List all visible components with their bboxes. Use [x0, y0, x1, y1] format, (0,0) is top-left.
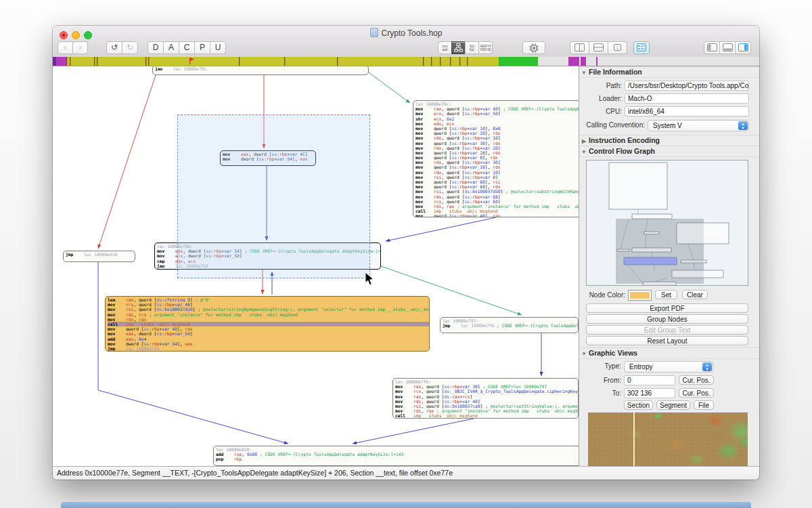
to-field[interactable]: 302 136	[624, 388, 675, 398]
entropy-visualization[interactable]	[588, 412, 748, 466]
procedure-mode-button[interactable]: P	[194, 41, 210, 54]
asm-line[interactable]: jmploc_10000e75b	[108, 346, 429, 351]
asm-line[interactable]: movrcx, qword [ss:rbp+var_48]	[108, 302, 429, 307]
asm-line[interactable]: movrdi, rax ; argument "instance" for me…	[395, 408, 578, 413]
cfg-minimap[interactable]	[586, 160, 748, 286]
asm-line[interactable]: addeax, 0x4	[108, 337, 429, 341]
clear-node-color-button[interactable]: Clear	[682, 290, 708, 299]
split-horizontal-button[interactable]	[589, 41, 608, 54]
asm-line[interactable]: movqword [ss:rbp+var_10], rdx	[415, 165, 579, 169]
asm-line[interactable]: movrdx, qword [ss:rbp+var_68]	[415, 194, 579, 199]
asm-line[interactable]: moveax, dword [ss:rbp+var_4C]	[223, 152, 315, 156]
reset-layout-button[interactable]: Reset Layout	[586, 336, 748, 345]
ascii-mode-button[interactable]: A	[163, 41, 179, 54]
asm-line[interactable]: movqword [ss:rbp+var_48], rax	[415, 213, 579, 217]
asm-line[interactable]: movqword [ss:rbp+var_20], rdx	[415, 131, 579, 135]
section-button[interactable]: Section	[624, 400, 653, 410]
asm-line[interactable]: movrdi, rcx ; argument "instance" for me…	[108, 312, 429, 317]
asm-line[interactable]: movqword [ss:rbp+var_8], rdx	[415, 155, 579, 160]
split-vertical-button[interactable]	[570, 41, 589, 54]
asm-line[interactable]: movqword [ss:rbp+var_48], rax	[108, 326, 429, 331]
file-button[interactable]: File	[694, 400, 714, 410]
asm-line[interactable]: jaeloc_10000e79c	[155, 66, 368, 71]
asm-line[interactable]: movrdi, rax ; argument "instance" for me…	[415, 204, 579, 209]
asm-line[interactable]: loc_10000e70c:	[415, 102, 579, 106]
graph-node-orange[interactable]: learax, qword [ds:cfstring_0] ; @"0"movr…	[105, 296, 430, 352]
graph-node-e70c[interactable]: loc_10000e70c:movrax, qword [ss:rbp+var_…	[413, 100, 579, 217]
asm-line[interactable]: movdword [ss:rbp+var_54], eax	[223, 156, 315, 161]
asm-line[interactable]: movrdx, qword [ss:rbp+var_30]	[415, 160, 579, 165]
graph-node-e75b[interactable]: loc_10000e75b:moveax, dword [ss:rbp+var_…	[154, 242, 381, 270]
asm-line[interactable]: movrsi, qword [ds:0x100037ca8] ; @select…	[395, 404, 578, 408]
asm-line[interactable]: movecx, dword [ss:rbp+var_50]	[157, 253, 380, 258]
code-mode-button[interactable]: C	[179, 41, 195, 54]
calling-convention-popup[interactable]: System V ▲▼	[648, 120, 749, 131]
forward-button[interactable]: ›	[72, 41, 88, 54]
graph-node-sel-small[interactable]: moveax, dword [ss:rbp+var_4C]movdword [s…	[220, 150, 316, 166]
asm-line[interactable]: jaeloc_10000e797	[157, 263, 380, 268]
asm-line[interactable]: poprbp	[216, 457, 579, 461]
type-popup[interactable]: Entropy ▲▼	[624, 361, 713, 373]
from-field[interactable]: 0	[624, 375, 675, 385]
graph-node-jmp810[interactable]: jmploc_10000e810	[63, 251, 135, 262]
asm-line[interactable]: movrcx, qword [ds:_OBJC_IVAR_$_Crypto_To…	[395, 389, 578, 394]
cpu-button[interactable]	[522, 41, 545, 54]
asm-line[interactable]: movrsi, qword [ss:rbp+var_8]	[415, 175, 579, 179]
graphic-views-header[interactable]: ▼Graphic Views	[579, 347, 759, 359]
asm-line[interactable]: movrdx, rax	[108, 317, 429, 322]
asm-line[interactable]: movqword [ss:rbp+var_10], 0x0	[415, 126, 579, 131]
from-cur-pos-button[interactable]: Cur. Pos.	[679, 375, 714, 385]
asm-line[interactable]: movrdx, qword [ss:rbp+var_20]	[415, 146, 579, 150]
redo-button[interactable]: ↻	[122, 41, 138, 54]
assembly-view-button[interactable]: movadd	[438, 41, 452, 54]
asm-line[interactable]: jmploc_10000e810	[66, 252, 135, 257]
cpu-field[interactable]: intel/x86_64	[625, 106, 749, 117]
asm-line[interactable]: movqword [ss:rbp+var_68], rdx	[415, 184, 579, 189]
asm-line[interactable]: callimp___stubs__objc_msgSend	[415, 209, 579, 213]
asm-line[interactable]: loc_10000e810:	[216, 447, 579, 452]
asm-line[interactable]: movrdx, qword [ss:rbp+var_48]	[395, 399, 578, 404]
asm-line[interactable]: movrax, qword [ss:rbp+var_40] ; CODE XRE…	[415, 106, 579, 111]
segment-button[interactable]: Segment	[656, 400, 690, 410]
hex-view-button[interactable]: 4E6F747065 6E	[478, 41, 493, 54]
edit-group-text-button[interactable]: Edit Group Text	[586, 325, 748, 335]
asm-line[interactable]: movedx, ecx	[415, 121, 579, 126]
asm-line[interactable]: shrecx, 0x2	[415, 117, 579, 121]
graph-view-button[interactable]	[451, 41, 466, 54]
asm-line[interactable]: loc_10000e75b:	[157, 244, 380, 249]
asm-line[interactable]: movrax, qword [ss:rbp+var_38] ; CODE XRE…	[395, 384, 578, 389]
asm-line[interactable]: movrsi, qword [ds:0x100037d50] ; @select…	[415, 189, 579, 194]
asm-line[interactable]: movecx, dword [ss:rbp+var_50]	[415, 111, 579, 116]
asm-line[interactable]: jmploc_10000e7fb ; CODE XREF=-[Crypto_To…	[443, 323, 578, 328]
graph-node-e7fb[interactable]: loc_10000e7fb:movrax, qword [ss:rbp+var_…	[392, 378, 579, 419]
undo-button[interactable]: ↺	[106, 41, 122, 54]
inspector-list-button[interactable]	[633, 41, 650, 54]
asm-line[interactable]: movqword [ss:rbp+var_28], rdx	[415, 150, 579, 155]
left-panel-toggle[interactable]	[704, 41, 720, 54]
navigation-entropy-bar[interactable]	[53, 57, 759, 66]
asm-line[interactable]: callimp___stubs__objc_msgSend	[395, 413, 578, 418]
pseudo-code-view-button[interactable]: if(b)f(a);	[465, 41, 479, 54]
asm-line[interactable]: addrsp, 0x80 ; CODE XREF=-[Crypto_ToolsA…	[216, 452, 579, 457]
asm-line[interactable]: cmpeax, ecx	[157, 259, 380, 263]
asm-line[interactable]: movrcx, qword [ss:rbp+var_60]	[415, 199, 579, 204]
data-mode-button[interactable]: D	[148, 41, 164, 54]
group-nodes-button[interactable]: Group Nodes	[586, 314, 748, 324]
to-cur-pos-button[interactable]: Cur. Pos.	[679, 388, 714, 398]
cfg-canvas[interactable]: jaeloc_10000e79cloc_10000e70c:movrax, qw…	[53, 66, 579, 466]
asm-line[interactable]: learax, qword [ds:cfstring_0] ; @"0"	[108, 297, 429, 302]
loader-field[interactable]: Mach-O	[625, 93, 749, 104]
set-node-color-button[interactable]: Set	[655, 290, 677, 299]
file-information-header[interactable]: ▼File Information	[579, 66, 759, 78]
asm-line[interactable]: moveax, dword [ss:rbp+var_54] ; CODE XRE…	[157, 249, 380, 253]
bottom-panel-toggle[interactable]	[719, 41, 736, 54]
asm-line[interactable]: callimp___stubs__objc_msgSend	[108, 322, 429, 326]
asm-line[interactable]: moveax, dword [ss:rbp+var_54]	[108, 331, 429, 336]
export-pdf-button[interactable]: Export PDF	[586, 303, 748, 313]
asm-line[interactable]: movqword [ss:rbp+var_60], rsi	[415, 179, 579, 184]
asm-line[interactable]: movrdx, qword [ss:rbp+var_10]	[415, 135, 579, 140]
asm-line[interactable]: movdword [ss:rbp+var_54], eax	[108, 341, 429, 346]
asm-line[interactable]: movrax, qword [ds:rax+rcx]	[395, 394, 578, 399]
right-panel-toggle[interactable]	[735, 41, 751, 54]
asm-line[interactable]: movrsi, qword [ds:0x100037d20] ; @select…	[108, 307, 429, 312]
